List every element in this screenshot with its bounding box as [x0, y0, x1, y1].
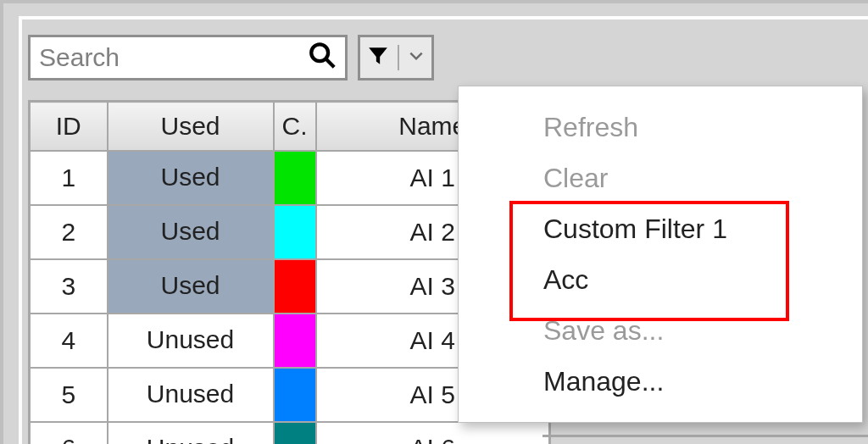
svg-line-1 — [326, 58, 334, 67]
cell-used[interactable]: Unused — [108, 422, 274, 445]
cell-id: 3 — [30, 259, 108, 314]
col-header-used[interactable]: Used — [108, 102, 274, 151]
cell-color[interactable] — [274, 151, 316, 205]
col-header-id[interactable]: ID — [30, 102, 108, 151]
cell-color[interactable] — [274, 314, 316, 368]
filter-button[interactable] — [358, 35, 434, 80]
filter-context-menu[interactable]: Refresh Clear Custom Filter 1 Acc Save a… — [458, 86, 863, 423]
search-input[interactable]: Search — [28, 35, 348, 80]
cell-used[interactable]: Used — [108, 151, 274, 205]
col-header-c[interactable]: C. — [274, 102, 316, 151]
search-placeholder: Search — [39, 43, 308, 72]
svg-point-0 — [311, 44, 328, 61]
peek-border — [542, 435, 868, 443]
app-panel: Search ID Used C. — [0, 0, 868, 444]
cell-used[interactable]: Used — [108, 259, 274, 314]
separator — [398, 45, 399, 70]
chevron-down-icon — [408, 47, 425, 68]
search-icon[interactable] — [308, 41, 337, 75]
menu-item-manage[interactable]: Manage... — [459, 356, 862, 407]
cell-id: 2 — [30, 205, 108, 259]
cell-used[interactable]: Unused — [108, 368, 274, 422]
menu-item-acc[interactable]: Acc — [459, 254, 862, 305]
funnel-icon — [367, 45, 389, 70]
cell-color[interactable] — [274, 259, 316, 314]
menu-item-clear[interactable]: Clear — [459, 153, 862, 203]
cell-color[interactable] — [274, 368, 316, 422]
cell-name[interactable]: AI 6 — [316, 422, 550, 445]
cell-used[interactable]: Used — [108, 205, 274, 259]
cell-used[interactable]: Unused — [108, 314, 274, 368]
cell-color[interactable] — [274, 205, 316, 259]
menu-item-custom-filter-1[interactable]: Custom Filter 1 — [459, 203, 862, 254]
toolbar: Search — [28, 35, 434, 80]
cell-id: 4 — [30, 314, 108, 368]
menu-item-save-as[interactable]: Save as... — [459, 305, 862, 356]
cell-id: 6 — [30, 422, 108, 445]
panel-inner: Search ID Used C. — [19, 16, 868, 444]
menu-item-refresh[interactable]: Refresh — [459, 102, 862, 153]
cell-color[interactable] — [274, 422, 316, 445]
cell-id: 1 — [30, 151, 108, 205]
cell-id: 5 — [30, 368, 108, 422]
table-row[interactable]: 6UnusedAI 6 — [30, 422, 550, 445]
